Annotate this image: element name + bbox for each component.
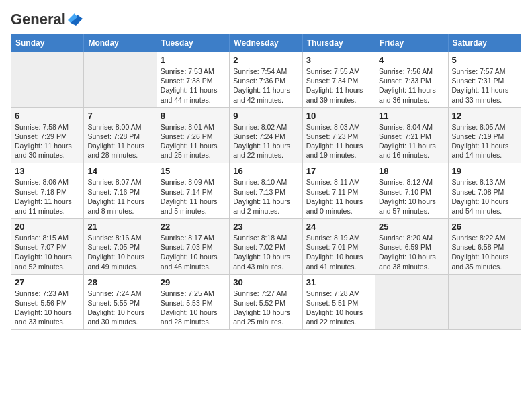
day-number: 9 (233, 111, 298, 121)
day-info: Sunrise: 8:09 AM Sunset: 7:14 PM Dayligh… (161, 177, 226, 216)
day-number: 1 (161, 55, 226, 65)
calendar-cell: 26Sunrise: 8:22 AM Sunset: 6:58 PM Dayli… (448, 219, 521, 275)
day-info: Sunrise: 8:12 AM Sunset: 7:10 PM Dayligh… (379, 177, 444, 216)
calendar-cell: 25Sunrise: 8:20 AM Sunset: 6:59 PM Dayli… (375, 219, 448, 275)
day-number: 27 (15, 277, 80, 287)
day-number: 26 (452, 222, 517, 232)
day-info: Sunrise: 8:04 AM Sunset: 7:21 PM Dayligh… (379, 122, 444, 161)
calendar-cell: 4Sunrise: 7:56 AM Sunset: 7:33 PM Daylig… (375, 52, 448, 108)
calendar-cell (11, 52, 84, 108)
day-number: 2 (233, 55, 298, 65)
day-number: 14 (87, 166, 152, 176)
day-number: 7 (87, 111, 152, 121)
day-number: 15 (161, 166, 226, 176)
day-number: 31 (306, 277, 371, 287)
calendar-cell: 1Sunrise: 7:53 AM Sunset: 7:38 PM Daylig… (157, 52, 229, 108)
day-info: Sunrise: 7:27 AM Sunset: 5:52 PM Dayligh… (233, 289, 298, 327)
calendar-body: 1Sunrise: 7:53 AM Sunset: 7:38 PM Daylig… (11, 52, 521, 330)
calendar-cell: 7Sunrise: 8:00 AM Sunset: 7:28 PM Daylig… (84, 107, 157, 163)
calendar-week-3: 13Sunrise: 8:06 AM Sunset: 7:18 PM Dayli… (11, 163, 521, 219)
day-info: Sunrise: 8:10 AM Sunset: 7:13 PM Dayligh… (233, 177, 298, 216)
day-number: 12 (452, 111, 517, 121)
day-info: Sunrise: 7:53 AM Sunset: 7:38 PM Dayligh… (161, 66, 226, 105)
day-number: 21 (87, 222, 152, 232)
day-info: Sunrise: 8:01 AM Sunset: 7:26 PM Dayligh… (161, 122, 226, 161)
calendar-cell: 3Sunrise: 7:55 AM Sunset: 7:34 PM Daylig… (302, 52, 375, 108)
calendar-cell: 6Sunrise: 7:58 AM Sunset: 7:29 PM Daylig… (11, 107, 84, 163)
calendar-cell: 19Sunrise: 8:13 AM Sunset: 7:08 PM Dayli… (448, 163, 521, 219)
weekday-header-sunday: Sunday (11, 34, 84, 52)
calendar-cell: 16Sunrise: 8:10 AM Sunset: 7:13 PM Dayli… (230, 163, 302, 219)
day-info: Sunrise: 8:06 AM Sunset: 7:18 PM Dayligh… (15, 177, 80, 216)
day-number: 18 (379, 166, 444, 176)
day-number: 23 (233, 222, 298, 232)
day-number: 3 (306, 55, 371, 65)
calendar-cell (375, 274, 448, 330)
logo-bird-icon (68, 13, 83, 26)
calendar-cell: 17Sunrise: 8:11 AM Sunset: 7:11 PM Dayli… (302, 163, 375, 219)
day-number: 19 (452, 166, 517, 176)
calendar-cell: 27Sunrise: 7:23 AM Sunset: 5:56 PM Dayli… (11, 274, 84, 330)
day-info: Sunrise: 8:00 AM Sunset: 7:28 PM Dayligh… (87, 122, 152, 161)
day-number: 22 (161, 222, 226, 232)
calendar-cell: 8Sunrise: 8:01 AM Sunset: 7:26 PM Daylig… (157, 107, 229, 163)
day-info: Sunrise: 8:15 AM Sunset: 7:07 PM Dayligh… (15, 233, 80, 271)
day-info: Sunrise: 8:11 AM Sunset: 7:11 PM Dayligh… (306, 177, 371, 216)
weekday-header-friday: Friday (375, 34, 448, 52)
page-header: General (11, 11, 521, 26)
day-number: 6 (15, 111, 80, 121)
weekday-header-saturday: Saturday (448, 34, 521, 52)
weekday-header-tuesday: Tuesday (157, 34, 229, 52)
day-info: Sunrise: 7:23 AM Sunset: 5:56 PM Dayligh… (15, 289, 80, 327)
calendar-week-4: 20Sunrise: 8:15 AM Sunset: 7:07 PM Dayli… (11, 219, 521, 275)
calendar-cell: 24Sunrise: 8:19 AM Sunset: 7:01 PM Dayli… (302, 219, 375, 275)
calendar-cell: 28Sunrise: 7:24 AM Sunset: 5:55 PM Dayli… (84, 274, 157, 330)
day-info: Sunrise: 8:13 AM Sunset: 7:08 PM Dayligh… (452, 177, 517, 216)
weekday-header-monday: Monday (84, 34, 157, 52)
day-number: 8 (161, 111, 226, 121)
calendar-cell: 30Sunrise: 7:27 AM Sunset: 5:52 PM Dayli… (230, 274, 302, 330)
calendar-cell: 20Sunrise: 8:15 AM Sunset: 7:07 PM Dayli… (11, 219, 84, 275)
day-info: Sunrise: 7:54 AM Sunset: 7:36 PM Dayligh… (233, 66, 298, 105)
calendar-week-5: 27Sunrise: 7:23 AM Sunset: 5:56 PM Dayli… (11, 274, 521, 330)
day-number: 20 (15, 222, 80, 232)
day-info: Sunrise: 8:18 AM Sunset: 7:02 PM Dayligh… (233, 233, 298, 271)
day-info: Sunrise: 8:22 AM Sunset: 6:58 PM Dayligh… (452, 233, 517, 271)
calendar-week-2: 6Sunrise: 7:58 AM Sunset: 7:29 PM Daylig… (11, 107, 521, 163)
calendar-cell: 22Sunrise: 8:17 AM Sunset: 7:03 PM Dayli… (157, 219, 229, 275)
day-info: Sunrise: 8:07 AM Sunset: 7:16 PM Dayligh… (87, 177, 152, 216)
calendar-cell: 9Sunrise: 8:02 AM Sunset: 7:24 PM Daylig… (230, 107, 302, 163)
calendar-cell: 5Sunrise: 7:57 AM Sunset: 7:31 PM Daylig… (448, 52, 521, 108)
day-number: 16 (233, 166, 298, 176)
logo-general-text: General (11, 11, 66, 28)
calendar-cell: 2Sunrise: 7:54 AM Sunset: 7:36 PM Daylig… (230, 52, 302, 108)
day-info: Sunrise: 7:24 AM Sunset: 5:55 PM Dayligh… (87, 289, 152, 327)
calendar-cell: 12Sunrise: 8:05 AM Sunset: 7:19 PM Dayli… (448, 107, 521, 163)
calendar-cell: 10Sunrise: 8:03 AM Sunset: 7:23 PM Dayli… (302, 107, 375, 163)
calendar-table: SundayMondayTuesdayWednesdayThursdayFrid… (11, 34, 521, 330)
calendar-cell: 29Sunrise: 7:25 AM Sunset: 5:53 PM Dayli… (157, 274, 229, 330)
day-info: Sunrise: 7:58 AM Sunset: 7:29 PM Dayligh… (15, 122, 80, 161)
calendar-cell: 18Sunrise: 8:12 AM Sunset: 7:10 PM Dayli… (375, 163, 448, 219)
day-number: 17 (306, 166, 371, 176)
day-number: 13 (15, 166, 80, 176)
calendar-cell: 15Sunrise: 8:09 AM Sunset: 7:14 PM Dayli… (157, 163, 229, 219)
day-info: Sunrise: 8:05 AM Sunset: 7:19 PM Dayligh… (452, 122, 517, 161)
day-info: Sunrise: 8:02 AM Sunset: 7:24 PM Dayligh… (233, 122, 298, 161)
calendar-cell (84, 52, 157, 108)
day-number: 28 (87, 277, 152, 287)
day-info: Sunrise: 7:57 AM Sunset: 7:31 PM Dayligh… (452, 66, 517, 105)
day-info: Sunrise: 7:56 AM Sunset: 7:33 PM Dayligh… (379, 66, 444, 105)
day-number: 30 (233, 277, 298, 287)
day-info: Sunrise: 7:55 AM Sunset: 7:34 PM Dayligh… (306, 66, 371, 105)
calendar-cell: 23Sunrise: 8:18 AM Sunset: 7:02 PM Dayli… (230, 219, 302, 275)
day-number: 11 (379, 111, 444, 121)
calendar-week-1: 1Sunrise: 7:53 AM Sunset: 7:38 PM Daylig… (11, 52, 521, 108)
day-info: Sunrise: 7:25 AM Sunset: 5:53 PM Dayligh… (161, 289, 226, 327)
calendar-cell: 31Sunrise: 7:28 AM Sunset: 5:51 PM Dayli… (302, 274, 375, 330)
calendar-cell: 21Sunrise: 8:16 AM Sunset: 7:05 PM Dayli… (84, 219, 157, 275)
day-info: Sunrise: 8:17 AM Sunset: 7:03 PM Dayligh… (161, 233, 226, 271)
day-info: Sunrise: 7:28 AM Sunset: 5:51 PM Dayligh… (306, 289, 371, 327)
day-info: Sunrise: 8:20 AM Sunset: 6:59 PM Dayligh… (379, 233, 444, 271)
logo: General (11, 11, 83, 26)
